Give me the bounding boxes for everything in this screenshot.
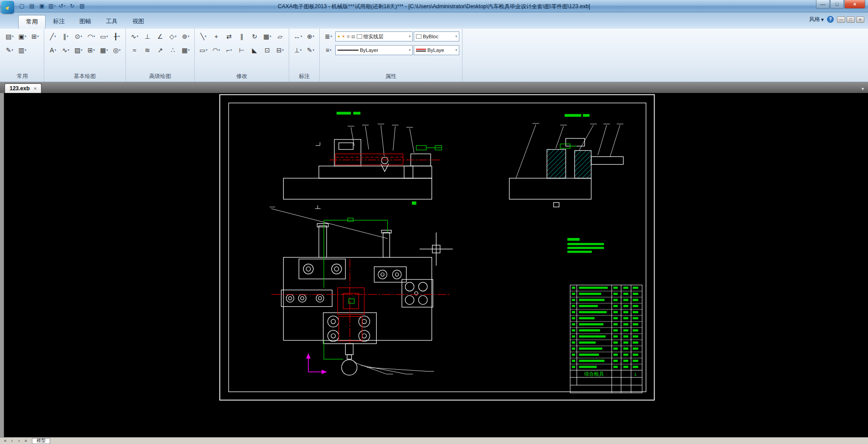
tolerance-icon[interactable]: ⊥▾	[292, 44, 304, 56]
table-icon[interactable]: ▦▾	[98, 44, 110, 56]
dimension-icon[interactable]: ↔▾	[292, 31, 304, 42]
hatch-icon[interactable]: ▨▾	[73, 44, 84, 56]
tab-view[interactable]: 视图	[125, 15, 151, 29]
dropdown-arrow-icon: ▾	[81, 35, 83, 38]
rotate-icon[interactable]: ↻	[249, 31, 260, 42]
style-button-label: 风格	[809, 15, 820, 23]
color-combo[interactable]: ByBloc ▾	[414, 31, 459, 41]
linetype-settings-icon[interactable]: ≡▾	[322, 44, 334, 56]
text-icon[interactable]: A▾	[47, 44, 59, 56]
dropdown-arrow-icon: ▾	[119, 48, 121, 52]
arrow-line-icon[interactable]: ↗	[154, 44, 166, 56]
tab-sheet[interactable]: 图幅	[72, 15, 99, 29]
nav-first-icon[interactable]: «	[2, 439, 8, 443]
style-button[interactable]: 风格▾	[809, 15, 824, 23]
clear-icon[interactable]: ▥▾	[16, 44, 28, 56]
dropdown-arrow-icon: ▾	[67, 35, 68, 38]
mirror-icon[interactable]: ⇄	[223, 31, 235, 42]
point-array-icon[interactable]: ∴	[167, 44, 179, 56]
block-icon[interactable]: ⊞▾	[85, 44, 97, 56]
close-button[interactable]: ×	[844, 0, 865, 9]
polyline-icon[interactable]: ∿▾	[129, 31, 140, 42]
format-brush-icon[interactable]: ✎▾	[4, 44, 16, 56]
parallel-line-icon[interactable]: ∥▾	[60, 31, 72, 42]
status-bar: «‹›» 模型	[0, 437, 868, 444]
dropdown-arrow-icon: ▾	[301, 35, 302, 38]
offset-icon[interactable]: ∥	[236, 31, 248, 42]
dropdown-arrow-icon: ▾	[137, 35, 139, 38]
help-icon[interactable]: ?	[827, 16, 834, 23]
save-icon[interactable]: ▣	[37, 1, 47, 10]
drawing-canvas[interactable]: 综合检具 1	[0, 93, 868, 437]
line-icon[interactable]: ╱▾	[47, 31, 59, 42]
print-icon[interactable]: ▥▾	[47, 1, 57, 10]
axis-line-icon[interactable]: ⊥	[141, 31, 153, 42]
tab-close-icon[interactable]: ×	[34, 86, 36, 91]
undo-icon[interactable]: ↺▾	[57, 1, 67, 10]
logo-arrow-icon: ▲	[3, 3, 12, 12]
maximize-button[interactable]: □	[830, 0, 844, 9]
leader-icon[interactable]: ✎▾	[305, 44, 317, 56]
open-file-icon[interactable]: ▤	[27, 1, 36, 10]
tab-common[interactable]: 常用	[18, 15, 46, 29]
dropdown-arrow-icon: ▾	[282, 48, 284, 52]
tab-annotate[interactable]: 标注	[46, 15, 72, 29]
polygon-icon[interactable]: ◇▾	[167, 31, 179, 42]
align-icon[interactable]: ⊟▾	[274, 44, 286, 56]
grid-icon[interactable]: ▦▾	[180, 44, 192, 56]
document-tab[interactable]: 123.exb ×	[5, 83, 42, 93]
explode-icon[interactable]: ⊡	[261, 44, 273, 56]
arc-icon[interactable]: ◠▾	[85, 31, 97, 42]
chamfer-icon[interactable]: ◣	[249, 44, 260, 56]
spline-icon[interactable]: ∿▾	[60, 44, 72, 56]
tab-list-dropdown-icon[interactable]: ▾	[862, 86, 864, 91]
center-line-icon[interactable]: ╂▾	[111, 31, 123, 42]
fillet-icon[interactable]: ◠▾	[210, 44, 222, 56]
trim-icon[interactable]: ⌐▾	[223, 44, 235, 56]
dropdown-arrow-icon: ▾	[455, 48, 457, 52]
rectangle-icon[interactable]: ▭▾	[98, 31, 110, 42]
document-tab-bar: 123.exb × ▾	[0, 82, 868, 93]
child-restore-icon[interactable]: □	[847, 16, 855, 23]
wave-line-icon[interactable]: ≈	[129, 44, 140, 56]
tab-tools[interactable]: 工具	[99, 15, 125, 29]
nav-last-icon[interactable]: »	[23, 439, 29, 443]
erase-icon[interactable]: ╲▾	[198, 31, 209, 42]
copy-icon[interactable]: ▣▾	[16, 31, 28, 42]
child-close-icon[interactable]: ×	[856, 16, 864, 23]
capture-icon[interactable]: ▧	[78, 1, 87, 10]
nav-next-icon[interactable]: ›	[16, 439, 22, 443]
model-tab[interactable]: 模型	[32, 438, 50, 444]
scale-icon[interactable]: ▱	[274, 31, 286, 42]
ole-object-icon[interactable]: ⊞▾	[29, 31, 41, 42]
point-icon[interactable]: ◎▾	[111, 44, 123, 56]
layer-settings-icon[interactable]: ≣▾	[322, 31, 334, 42]
circle-icon[interactable]: ⊙▾	[73, 31, 84, 42]
concentric-circle-icon[interactable]: ⊚▾	[180, 31, 192, 42]
extend-icon[interactable]: ⊢	[236, 44, 248, 56]
redo-icon[interactable]: ↻	[68, 1, 77, 10]
stretch-icon[interactable]: ▭▾	[198, 44, 209, 56]
new-file-icon[interactable]: ▢	[17, 1, 26, 10]
title-block-name: 综合检具	[584, 371, 604, 377]
move-icon[interactable]: +	[210, 31, 222, 42]
dropdown-arrow-icon: ▾	[206, 48, 208, 52]
title-bar: ▢▤▣▥▾↺▾↻▧ CAXA电子图板2013 - 机械版***试用期(还剩18天…	[0, 0, 868, 12]
layer-combo[interactable]: ● ☀ ⊘ ▤ 细实线层 ▾	[335, 31, 413, 41]
lineweight-combo[interactable]: ByLaye ▾	[414, 45, 459, 55]
child-minimize-icon[interactable]: —	[837, 16, 845, 23]
ribbon-group-dimension: ↔▾⊕▾⊥▾✎▾标注	[289, 29, 320, 82]
ribbon: ▤▾▣▾⊞▾✎▾▥▾常用╱▾∥▾⊙▾◠▾▭▾╂▾A▾∿▾▨▾⊞▾▦▾◎▾基本绘图…	[0, 29, 868, 82]
paste-icon[interactable]: ▤▾	[4, 31, 16, 42]
nav-prev-icon[interactable]: ‹	[9, 439, 15, 443]
coordinate-dim-icon[interactable]: ⊕▾	[305, 31, 317, 42]
linetype-combo[interactable]: ByLayer ▾	[335, 45, 413, 55]
array-icon[interactable]: ▦▾	[261, 31, 273, 42]
dropdown-arrow-icon: ▾	[54, 35, 56, 38]
angle-line-icon[interactable]: ∠	[154, 31, 166, 42]
double-line-icon[interactable]: ≋	[141, 44, 153, 56]
lock-icon: ⊘	[347, 35, 350, 39]
minimize-button[interactable]: —	[816, 0, 830, 9]
caxa-logo-icon[interactable]: ▲	[1, 1, 14, 14]
ribbon-group-modify: ╲▾+⇄∥↻▦▾▱▭▾◠▾⌐▾⊢◣⊡⊟▾修改	[195, 29, 289, 82]
